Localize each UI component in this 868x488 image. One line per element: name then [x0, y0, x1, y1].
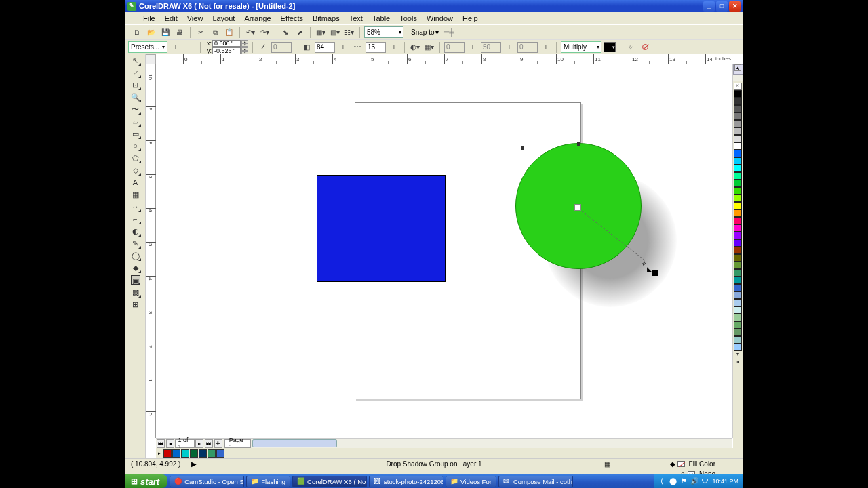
opacity-field[interactable]: 84	[315, 42, 335, 53]
menu-help[interactable]: Help	[458, 14, 482, 23]
palette-swatch[interactable]	[734, 209, 742, 217]
first-page-button[interactable]: ⏮	[157, 439, 165, 448]
vertical-ruler[interactable]: 109876543210	[146, 64, 156, 438]
presets-select[interactable]: Presets...	[128, 41, 167, 53]
minimize-button[interactable]: _	[703, 1, 715, 12]
horizontal-ruler[interactable]: 01234567891011121314 inches	[156, 54, 732, 64]
start-button[interactable]: start	[125, 474, 167, 488]
last-page-button[interactable]: ⏭	[205, 439, 213, 448]
palette-swatch[interactable]	[734, 165, 742, 172]
redo-button[interactable]: ↷▾	[258, 26, 271, 39]
mesh-tool[interactable]: ⊞	[131, 300, 140, 309]
outline-tool[interactable]: ◯	[131, 251, 140, 260]
close-button[interactable]: ✕	[729, 1, 741, 12]
taskbar-item[interactable]: 🟩CorelDRAW X6 ( Not ...	[292, 476, 367, 487]
tray-icon[interactable]: ⬤	[669, 477, 677, 485]
save-button[interactable]: 💾	[159, 26, 172, 39]
basic-shapes-tool[interactable]: ◇	[131, 165, 140, 175]
next-page-button[interactable]: ▸	[195, 439, 203, 448]
palette-swatch[interactable]	[734, 217, 742, 224]
palette-swatch[interactable]	[734, 98, 742, 105]
prev-page-button[interactable]: ◂	[166, 439, 174, 448]
tablet-icon[interactable]: ▦	[604, 460, 610, 468]
ruler-corner[interactable]	[146, 54, 156, 64]
palette-swatch[interactable]	[734, 306, 742, 314]
taskbar-item[interactable]: ✉Compose Mail - cothr...	[498, 476, 573, 487]
palette-swatch[interactable]	[734, 277, 742, 284]
doc-color-swatch[interactable]	[216, 449, 224, 458]
object-handle[interactable]	[577, 142, 580, 146]
maximize-button[interactable]: □	[716, 1, 728, 12]
palette-swatch[interactable]	[734, 157, 742, 165]
palette-swatch[interactable]	[734, 329, 742, 336]
feather-field[interactable]: 15	[366, 42, 386, 53]
copy-button[interactable]: ⧉	[209, 26, 221, 39]
menu-layout[interactable]: Layout	[208, 14, 239, 23]
menu-effects[interactable]: Effects	[277, 14, 307, 23]
x-field[interactable]: 0.606 "	[212, 40, 241, 47]
taskbar-item[interactable]: 📁Videos For	[446, 476, 496, 487]
doc-color-swatch[interactable]	[181, 449, 189, 458]
palette-swatch[interactable]	[734, 202, 742, 209]
smart-fill-tool[interactable]: ▱	[131, 117, 140, 126]
snap-to-dropdown[interactable]: Snap to ▾ ═╪	[411, 28, 454, 36]
rectangle-tool[interactable]: ▭	[131, 129, 140, 138]
freehand-tool[interactable]: 〜	[131, 104, 140, 114]
doc-color-swatch[interactable]	[190, 449, 198, 458]
palette-swatch[interactable]	[734, 239, 742, 247]
polygon-tool[interactable]: ⬠	[131, 153, 140, 163]
feather-edge-button[interactable]: ▦▾	[423, 41, 435, 54]
publish-button[interactable]: ▦▾	[315, 26, 327, 39]
open-button[interactable]: 📂	[145, 26, 157, 39]
drop-shadow-tool[interactable]: ▣	[131, 275, 140, 285]
palette-up-button[interactable]: ▴	[734, 64, 741, 71]
print-button[interactable]: 🖶	[174, 26, 186, 39]
doc-color-swatch[interactable]	[199, 449, 207, 458]
palette-swatch[interactable]	[734, 127, 742, 135]
fill-swatch[interactable]	[677, 461, 685, 467]
tray-volume-icon[interactable]: 🔊	[690, 477, 698, 485]
feather-direction-button[interactable]: ◐▾	[409, 41, 421, 54]
horizontal-scrollbar[interactable]	[251, 438, 732, 448]
menu-view[interactable]: View	[183, 14, 208, 23]
menu-window[interactable]: Window	[422, 14, 457, 23]
palette-swatch[interactable]	[734, 254, 742, 262]
opacity-plus[interactable]: +	[337, 41, 349, 54]
interactive-blend-tool[interactable]: ◐	[131, 226, 140, 236]
palette-swatch[interactable]	[734, 113, 742, 120]
palette-swatch[interactable]	[734, 224, 742, 232]
dimension-tool[interactable]: ↔	[131, 202, 140, 211]
undo-button[interactable]: ↶▾	[244, 26, 256, 39]
pick-tool[interactable]: ↖	[131, 56, 140, 65]
page-tab[interactable]: Page 1	[224, 439, 251, 448]
doc-color-swatch[interactable]	[172, 449, 180, 458]
fill-color-icon[interactable]: ◆	[670, 460, 675, 468]
canvas[interactable]: ◣ ✧	[156, 64, 732, 438]
palette-swatch[interactable]	[734, 195, 742, 202]
transparency-tool[interactable]: ▩	[131, 287, 140, 297]
table-tool[interactable]: ▦	[131, 190, 140, 199]
menu-arrange[interactable]: Arrange	[240, 14, 275, 23]
paste-button[interactable]: 📋	[223, 26, 235, 39]
palette-flyout[interactable]: ◂	[736, 359, 739, 366]
palette-swatch[interactable]	[734, 262, 742, 269]
merge-mode-select[interactable]: Multiply	[561, 41, 601, 53]
shape-tool[interactable]: ⟋	[131, 68, 140, 77]
palette-swatch[interactable]	[734, 336, 742, 344]
doc-color-swatch[interactable]	[208, 449, 216, 458]
remove-preset-button[interactable]: −	[184, 41, 196, 54]
palette-swatch[interactable]	[734, 135, 742, 142]
new-button[interactable]: 🗋	[131, 26, 143, 39]
menu-file[interactable]: File	[139, 14, 159, 23]
add-page-button[interactable]: ✚	[214, 439, 222, 448]
clock[interactable]: 10:41 PM	[712, 478, 738, 485]
tray-icon[interactable]: 🛡	[701, 477, 709, 485]
shadow-color-button[interactable]	[604, 42, 616, 52]
center-slider-handle[interactable]	[574, 204, 581, 211]
fill-tool[interactable]: ◆	[131, 263, 140, 272]
palette-swatch[interactable]	[734, 269, 742, 277]
palette-swatch[interactable]	[734, 344, 742, 351]
palette-swatch[interactable]	[734, 105, 742, 113]
zoom-select[interactable]: 58%	[364, 26, 403, 38]
cut-button[interactable]: ✂	[195, 26, 207, 39]
